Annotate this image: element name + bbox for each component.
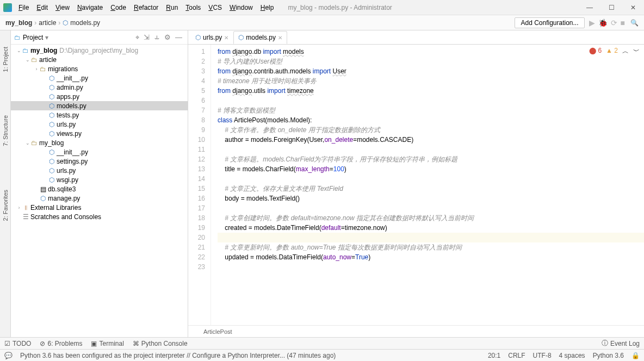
close-tab-icon[interactable]: ✕ bbox=[278, 35, 282, 41]
tree-item-urls-py[interactable]: ⬡urls.py bbox=[11, 166, 188, 175]
favorites-tool-tab[interactable]: 2: Favorites bbox=[2, 190, 9, 221]
coverage-icon[interactable]: ⟳ bbox=[611, 18, 617, 27]
chevron-down-icon[interactable]: ﹀ bbox=[633, 47, 640, 56]
tree-item-migrations[interactable]: ›🗀migrations bbox=[11, 64, 188, 73]
dropdown-icon[interactable]: ▾ bbox=[45, 34, 48, 41]
tree-item-apps-py[interactable]: ⬡apps.py bbox=[11, 92, 188, 101]
status-bar: 💬 Python 3.6 has been configured as the … bbox=[0, 349, 644, 361]
structure-tool-tab[interactable]: 7: Structure bbox=[2, 115, 9, 146]
tree-root[interactable]: ⌄🗀my_blogD:\Django_project\my_blog bbox=[11, 46, 188, 55]
tree-item-wsgi-py[interactable]: ⬡wsgi.py bbox=[11, 175, 188, 184]
todo-tool[interactable]: ☑ TODO bbox=[4, 340, 31, 347]
project-tool-window: 🗀 Project ▾ ⌖ ⇲ ⥿ ⚙ — ⌄🗀my_blogD:\Django… bbox=[11, 30, 188, 337]
nav-bar: my_blog › article › ⬡ models.py Add Conf… bbox=[0, 15, 644, 30]
tab-urls-py[interactable]: ⬡urls.py✕ bbox=[190, 31, 233, 44]
left-tool-strip: 1: Project 7: Structure 2: Favorites bbox=[0, 30, 11, 337]
code-content[interactable]: from django.db import models# 导入内建的User模… bbox=[211, 45, 644, 325]
run-icon[interactable]: ▶ bbox=[589, 18, 595, 27]
chevron-right-icon: › bbox=[34, 19, 36, 27]
interpreter[interactable]: Python 3.6 bbox=[593, 352, 624, 359]
status-message[interactable]: Python 3.6 has been configured as the pr… bbox=[20, 352, 480, 359]
tree-item-views-py[interactable]: ⬡views.py bbox=[11, 129, 188, 138]
add-configuration-button[interactable]: Add Configuration... bbox=[515, 17, 584, 28]
warning-count: ▲ 2 bbox=[606, 47, 618, 56]
editor-area: ⬡urls.py✕⬡models.py✕ ⬤ 6 ▲ 2 ︿ ﹀ 1234567… bbox=[188, 30, 644, 337]
tree-item-__init__-py[interactable]: ⬡__init__.py bbox=[11, 147, 188, 157]
close-icon[interactable]: ✕ bbox=[622, 2, 644, 14]
project-tool-tab[interactable]: 1: Project bbox=[2, 47, 9, 72]
menu-vcs[interactable]: VCS bbox=[205, 2, 225, 14]
project-panel-header: 🗀 Project ▾ ⌖ ⇲ ⥿ ⚙ — bbox=[11, 30, 188, 45]
main-area: 1: Project 7: Structure 2: Favorites 🗀 P… bbox=[0, 30, 644, 337]
breadcrumb: my_blog › article › ⬡ models.py bbox=[5, 19, 100, 27]
menu-window[interactable]: Window bbox=[226, 2, 256, 14]
settings-icon[interactable]: ⚙ bbox=[164, 33, 171, 41]
collapse-icon[interactable]: ⥿ bbox=[154, 33, 160, 41]
project-panel-title[interactable]: Project bbox=[23, 34, 43, 41]
hide-icon[interactable]: — bbox=[175, 33, 182, 41]
debug-icon[interactable]: 🐞 bbox=[598, 18, 608, 27]
tree-item-urls-py[interactable]: ⬡urls.py bbox=[11, 120, 188, 129]
tree-item-manage-py[interactable]: ⬡manage.py bbox=[11, 194, 188, 203]
bottom-tool-strip: ☑ TODO ⊘ 6: Problems ▣ Terminal ⌘ Python… bbox=[0, 337, 644, 349]
project-tree[interactable]: ⌄🗀my_blogD:\Django_project\my_blog⌄🗀arti… bbox=[11, 45, 188, 337]
window-controls: — ☐ ✕ bbox=[579, 2, 644, 14]
close-tab-icon[interactable]: ✕ bbox=[224, 35, 228, 41]
event-log-tool[interactable]: ⓘ Event Log bbox=[602, 339, 640, 348]
menu-file[interactable]: File bbox=[15, 2, 32, 14]
tree-item-my_blog[interactable]: ⌄🗀my_blog bbox=[11, 138, 188, 147]
tree-item-settings-py[interactable]: ⬡settings.py bbox=[11, 157, 188, 166]
lock-icon[interactable]: 🔒 bbox=[631, 352, 640, 359]
line-ending[interactable]: CRLF bbox=[508, 352, 525, 359]
python-console-tool[interactable]: ⌘ Python Console bbox=[133, 340, 188, 347]
search-icon[interactable]: 🔍 bbox=[630, 19, 639, 27]
tree-item-db-sqlite3[interactable]: ▤db.sqlite3 bbox=[11, 184, 188, 194]
error-count: ⬤ 6 bbox=[589, 47, 602, 56]
editor-tabs: ⬡urls.py✕⬡models.py✕ bbox=[188, 30, 644, 45]
indent[interactable]: 4 spaces bbox=[559, 352, 585, 359]
titlebar: FileEditViewNavigateCodeRefactorRunTools… bbox=[0, 0, 644, 15]
target-icon[interactable]: ⌖ bbox=[135, 33, 139, 42]
chevron-right-icon: › bbox=[58, 19, 60, 27]
stop-icon[interactable]: ■ bbox=[621, 18, 625, 27]
tree-item-admin-py[interactable]: ⬡admin.py bbox=[11, 83, 188, 92]
encoding[interactable]: UTF-8 bbox=[533, 352, 552, 359]
terminal-tool[interactable]: ▣ Terminal bbox=[91, 340, 123, 347]
caret-position[interactable]: 20:1 bbox=[488, 352, 500, 359]
tree-scratches[interactable]: ☰Scratches and Consoles bbox=[11, 212, 188, 221]
window-title: my_blog - models.py - Administrator bbox=[288, 4, 392, 11]
toolbar-run-icons: ▶ 🐞 ⟳ ■ bbox=[589, 18, 625, 27]
menu-view[interactable]: View bbox=[52, 2, 73, 14]
gutter: 1234567891011121314151617181920212223 bbox=[188, 45, 211, 325]
tree-item-__init__-py[interactable]: ⬡__init__.py bbox=[11, 73, 188, 83]
chevron-up-icon[interactable]: ︿ bbox=[622, 47, 629, 56]
menu-run[interactable]: Run bbox=[163, 2, 181, 14]
editor-breadcrumb[interactable]: ArticlePost bbox=[188, 325, 644, 337]
breadcrumb-project[interactable]: my_blog bbox=[5, 19, 32, 27]
tree-item-article[interactable]: ⌄🗀article bbox=[11, 55, 188, 64]
inspection-widget[interactable]: ⬤ 6 ▲ 2 ︿ ﹀ bbox=[589, 47, 640, 56]
menu-help[interactable]: Help bbox=[257, 2, 277, 14]
notification-icon[interactable]: 💬 bbox=[4, 352, 13, 359]
breadcrumb-module[interactable]: article bbox=[39, 19, 56, 27]
menu-edit[interactable]: Edit bbox=[33, 2, 51, 14]
problems-tool[interactable]: ⊘ 6: Problems bbox=[40, 340, 82, 347]
minimize-icon[interactable]: — bbox=[579, 2, 600, 14]
tree-item-models-py[interactable]: ⬡models.py bbox=[11, 101, 188, 110]
python-file-icon: ⬡ bbox=[63, 19, 68, 27]
folder-icon: 🗀 bbox=[14, 34, 21, 41]
tree-external-libraries[interactable]: ›⫴External Libraries bbox=[11, 203, 188, 212]
breadcrumb-file[interactable]: models.py bbox=[70, 19, 100, 27]
app-icon bbox=[3, 3, 12, 12]
tab-models-py[interactable]: ⬡models.py✕ bbox=[233, 31, 287, 44]
code-editor[interactable]: ⬤ 6 ▲ 2 ︿ ﹀ 1234567891011121314151617181… bbox=[188, 45, 644, 325]
expand-icon[interactable]: ⇲ bbox=[144, 33, 150, 41]
menu-refactor[interactable]: Refactor bbox=[131, 2, 162, 14]
tree-item-tests-py[interactable]: ⬡tests.py bbox=[11, 110, 188, 120]
menu-tools[interactable]: Tools bbox=[182, 2, 204, 14]
maximize-icon[interactable]: ☐ bbox=[600, 2, 622, 14]
menu-code[interactable]: Code bbox=[107, 2, 129, 14]
menu-navigate[interactable]: Navigate bbox=[74, 2, 106, 14]
main-menu: FileEditViewNavigateCodeRefactorRunTools… bbox=[15, 2, 277, 14]
